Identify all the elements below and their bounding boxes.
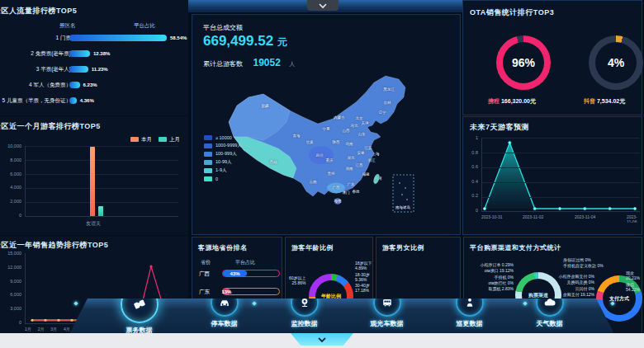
x-tick: 4月 bbox=[64, 327, 70, 332]
visitors-value: 19052 bbox=[253, 57, 280, 68]
legend-label: 0 bbox=[215, 176, 218, 181]
inset-label: 南海诸岛 bbox=[395, 205, 410, 209]
payment-callout: 小程序余额支付 0% bbox=[556, 274, 594, 279]
y-tick: 0.4 bbox=[471, 179, 478, 184]
column-header-value: 平台占比 bbox=[134, 22, 155, 30]
nav-label: 巡更数据 bbox=[457, 319, 483, 328]
panel-title: 游客男女比例 bbox=[382, 243, 424, 252]
nav-label: 观光车数据 bbox=[371, 319, 404, 328]
ota-pct-douyin: 4% bbox=[608, 56, 624, 69]
flow-rank-row: 5 儿童票（半票，无身份证） 4.36% bbox=[0, 96, 188, 107]
ota-donut-ctrip: 96% bbox=[496, 35, 551, 90]
x-tick: 2023-11-04 bbox=[575, 214, 595, 219]
legend-swatch bbox=[204, 168, 212, 173]
visitors-row: 累计总游客数 19052 人 bbox=[203, 54, 295, 69]
province-name: 广西 bbox=[199, 270, 210, 278]
ota-caption-douyin: 抖音 7,534.02元 bbox=[584, 97, 625, 106]
payment-callout: 微信54.22% bbox=[626, 282, 640, 293]
column-header-value: 平台占比 bbox=[235, 259, 255, 266]
panel-title: 游客年龄比例 bbox=[291, 243, 334, 252]
province-bar-track: 43% bbox=[222, 270, 280, 277]
panel-title: 景区人流量排行榜TOP5 bbox=[0, 6, 77, 16]
x-category: 友谊关 bbox=[86, 220, 101, 228]
plot-area bbox=[25, 146, 178, 217]
bottom-collapse-button[interactable] bbox=[291, 333, 353, 346]
x-tick: 2023-10-31 bbox=[481, 214, 503, 219]
y-tick: 12,000 bbox=[7, 265, 21, 270]
flow-row-value: 11.23% bbox=[92, 67, 108, 72]
y-tick: 4,000 bbox=[10, 185, 21, 190]
legend-swatch bbox=[204, 143, 212, 148]
flow-row-label: 5 儿童票（半票，无身份证） bbox=[2, 97, 71, 105]
visitors-label: 累计总游客数 bbox=[203, 60, 243, 68]
ticket-icon bbox=[132, 297, 147, 312]
payment-callouts-left: 小程序余额支付 0%兑换码兑换 0%云闪付 0%余额支付 19.12%支付宝 6… bbox=[556, 274, 594, 303]
panel-title: OTA销售统计排行TOP3 bbox=[470, 7, 554, 18]
y-tick: 6,000 bbox=[10, 292, 21, 297]
province-bar-fill: 43% bbox=[223, 270, 247, 276]
map-legend-item[interactable]: ≥ 10000 bbox=[204, 134, 242, 141]
flow-row-label: 3 半票(老年人) bbox=[36, 66, 71, 73]
flow-row-value: 12.38% bbox=[93, 51, 110, 56]
column-header-name: 景区名 bbox=[59, 22, 76, 30]
nav-label: 停车数据 bbox=[211, 319, 238, 328]
channel-center-label: 购票渠道 bbox=[528, 292, 548, 299]
map-legend-item[interactable]: 100-999人 bbox=[204, 150, 242, 158]
nav-label: 天气数据 bbox=[537, 319, 563, 328]
flow-rank-row: 3 半票(老年人) 11.23% bbox=[0, 64, 188, 76]
province-row: 广东 13% bbox=[199, 287, 282, 297]
legend-this-month[interactable]: 本月 bbox=[130, 136, 152, 143]
map-legend-item[interactable]: 0 bbox=[204, 175, 242, 182]
legend-label: 1000-9999人 bbox=[215, 143, 242, 148]
channel-callout: ota旅行社 0% bbox=[467, 280, 514, 285]
legend-label: 10-99人 bbox=[215, 159, 232, 165]
panel-title: 平台购票渠道和支付方式统计 bbox=[470, 243, 561, 252]
legend-swatch bbox=[204, 176, 212, 181]
ota-pct-ctrip: 96% bbox=[512, 56, 535, 69]
flow-rank-row: 2 免费票(老年票) 12.38% bbox=[0, 49, 188, 60]
payment-callout: 余额支付 19.12% bbox=[556, 292, 594, 297]
dashboard: 景区人流量排行榜TOP5 景区名 平台占比 1 门票 58.54% 2 免费票(… bbox=[0, 0, 644, 348]
ota-caption-ctrip: 携程 166,320.00元 bbox=[488, 97, 536, 106]
channel-callout: 小程序订单 0.29% bbox=[467, 262, 514, 267]
x-tick: 3月 bbox=[50, 327, 57, 332]
y-tick: 9,000 bbox=[10, 279, 21, 284]
panel-flow-rank: 景区人流量排行榜TOP5 景区名 平台占比 1 门票 58.54% 2 免费票(… bbox=[0, 0, 188, 115]
flow-rank-row: 1 门票 58.54% bbox=[0, 33, 188, 45]
channel-callouts-left: 小程序订单 0.29%ota接口 19.12%手持机 0%ota旅行社 0%取票… bbox=[467, 262, 514, 291]
age-callouts-right: 18岁以下4.89%18-30岁9.36%30-40岁17.18% bbox=[355, 261, 372, 294]
panel-ota: OTA销售统计排行TOP3 96% 4% 携程 166,320.00元 抖音 7… bbox=[462, 0, 642, 115]
legend-swatch bbox=[204, 152, 212, 157]
map-legend-item[interactable]: 1-9人 bbox=[204, 167, 242, 174]
y-tick: 15,000 bbox=[7, 251, 21, 256]
legend-label: ≥ 10000 bbox=[215, 135, 232, 140]
bar-last-month bbox=[98, 206, 103, 216]
chart-legend: 本月 上月 bbox=[130, 136, 180, 143]
map-legend-item[interactable]: 10-99人 bbox=[204, 158, 242, 166]
map-legend-item[interactable]: 1000-9999人 bbox=[204, 142, 242, 149]
flow-row-value: 58.54% bbox=[170, 35, 187, 40]
age-callout: 30-40岁17.18% bbox=[355, 283, 372, 294]
y-tick: 6,000 bbox=[10, 172, 21, 176]
legend-last-month[interactable]: 上月 bbox=[159, 136, 180, 143]
province-bar-track: 13% bbox=[222, 288, 280, 295]
channel-callout: 身份证过闸 0% bbox=[563, 257, 604, 262]
age-callouts-left: 60岁以上25.86% bbox=[289, 275, 306, 286]
legend-swatch bbox=[204, 135, 212, 140]
x-tick: 1月 bbox=[25, 327, 31, 332]
x-tick: 2月 bbox=[38, 327, 45, 332]
chevron-down-icon bbox=[318, 2, 328, 9]
payment-callout: 现金20.21% bbox=[626, 270, 640, 281]
flow-row-value: 6.23% bbox=[83, 82, 97, 87]
column-header-name: 省份 bbox=[201, 259, 211, 266]
flow-row-value: 4.36% bbox=[80, 98, 94, 103]
map-legend: ≥ 10000 1000-9999人 100-999人 10-99人 bbox=[204, 134, 242, 182]
y-tick: 0.6 bbox=[471, 164, 478, 169]
panel-title: 客源地省份排名 bbox=[198, 243, 248, 252]
flow-row-bar bbox=[69, 35, 167, 41]
y-tick: 3,000 bbox=[10, 306, 21, 311]
province-row: 广西 43% bbox=[199, 269, 282, 279]
top-collapse-button[interactable] bbox=[307, 0, 339, 11]
y-axis: 10.80.60.40.20 bbox=[465, 135, 478, 213]
y-tick: 0 bbox=[19, 213, 21, 218]
